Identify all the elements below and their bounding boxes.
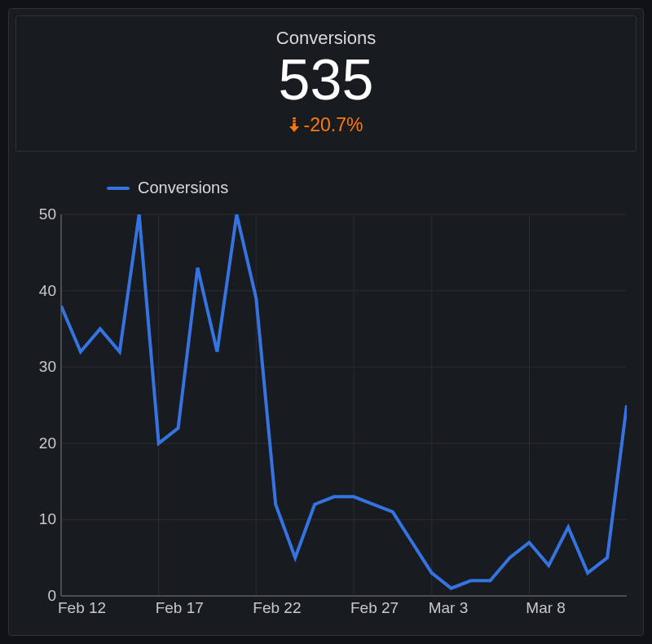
stat-value: 535 xyxy=(24,51,628,111)
legend-swatch xyxy=(107,187,130,190)
conversions-panel: Conversions 535 -20.7% Conversions 01020… xyxy=(8,8,644,636)
chart-area: Conversions 01020304050Feb 12Feb 17Feb 2… xyxy=(19,179,633,620)
arrow-down-icon xyxy=(289,117,299,132)
stat-delta: -20.7% xyxy=(289,114,363,136)
legend[interactable]: Conversions xyxy=(107,179,228,197)
svg-rect-1 xyxy=(293,120,296,121)
legend-label: Conversions xyxy=(138,179,228,197)
series-line xyxy=(61,214,627,589)
stat-delta-text: -20.7% xyxy=(304,114,363,136)
stat-title: Conversions xyxy=(24,28,628,49)
svg-marker-3 xyxy=(289,126,299,132)
stat-header: Conversions 535 -20.7% xyxy=(15,15,637,152)
plot: 01020304050Feb 12Feb 17Feb 22Feb 27Mar 3… xyxy=(19,203,633,620)
svg-rect-0 xyxy=(293,117,296,119)
